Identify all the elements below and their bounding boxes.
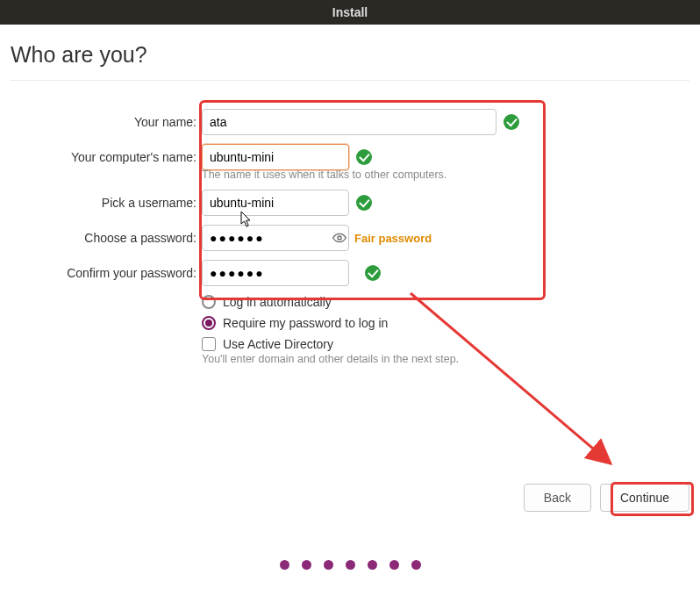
divider	[11, 80, 689, 81]
svg-point-0	[338, 236, 341, 240]
radio-label: Require my password to log in	[223, 316, 388, 330]
radio-label: Log in automatically	[223, 295, 332, 309]
hint-ad: You'll enter domain and other details in…	[202, 353, 689, 365]
window-titlebar: Install	[0, 0, 700, 25]
check-icon	[365, 265, 381, 281]
checkbox-label: Use Active Directory	[223, 337, 333, 351]
progress-dots	[0, 560, 700, 570]
label-confirm-password: Confirm your password:	[11, 266, 202, 280]
progress-dot	[411, 560, 421, 570]
progress-dot	[302, 560, 311, 570]
row-computer-name: Your computer's name:	[11, 144, 689, 170]
radio-icon	[202, 316, 216, 330]
page-title: Who are you?	[11, 42, 689, 68]
check-icon	[504, 114, 519, 130]
progress-dot	[368, 560, 377, 570]
progress-dot	[346, 560, 355, 570]
continue-button[interactable]: Continue	[600, 484, 689, 512]
radio-icon	[202, 295, 216, 309]
password-strength: Fair password	[354, 232, 432, 245]
progress-dot	[324, 560, 333, 570]
eye-icon[interactable]	[332, 230, 347, 246]
computer-name-input[interactable]	[202, 144, 349, 170]
hint-computer-name: The name it uses when it talks to other …	[202, 169, 689, 181]
installer-content: Who are you? Your name: Your computer's …	[0, 25, 700, 365]
checkbox-icon	[202, 337, 216, 351]
username-input[interactable]	[202, 190, 349, 216]
check-icon	[356, 149, 372, 165]
row-your-name: Your name:	[11, 109, 689, 135]
form-area: Your name: Your computer's name: The nam…	[11, 102, 689, 365]
password-input[interactable]	[202, 225, 349, 251]
your-name-input[interactable]	[202, 109, 496, 135]
window-title: Install	[332, 5, 368, 19]
row-password: Choose a password: Fair password	[11, 225, 689, 251]
row-username: Pick a username:	[11, 190, 689, 216]
check-icon	[356, 195, 372, 211]
checkbox-use-ad[interactable]: Use Active Directory	[202, 337, 689, 351]
label-your-name: Your name:	[11, 115, 202, 129]
confirm-password-input[interactable]	[202, 260, 349, 286]
label-username: Pick a username:	[11, 196, 202, 210]
footer-buttons: Back Continue	[524, 484, 689, 512]
radio-require-password[interactable]: Require my password to log in	[202, 316, 689, 330]
radio-auto-login[interactable]: Log in automatically	[202, 295, 689, 309]
row-confirm-password: Confirm your password:	[11, 260, 689, 286]
progress-dot	[280, 560, 289, 570]
label-computer-name: Your computer's name:	[11, 150, 202, 164]
back-button[interactable]: Back	[524, 484, 591, 512]
label-password: Choose a password:	[11, 231, 202, 245]
progress-dot	[389, 560, 399, 570]
